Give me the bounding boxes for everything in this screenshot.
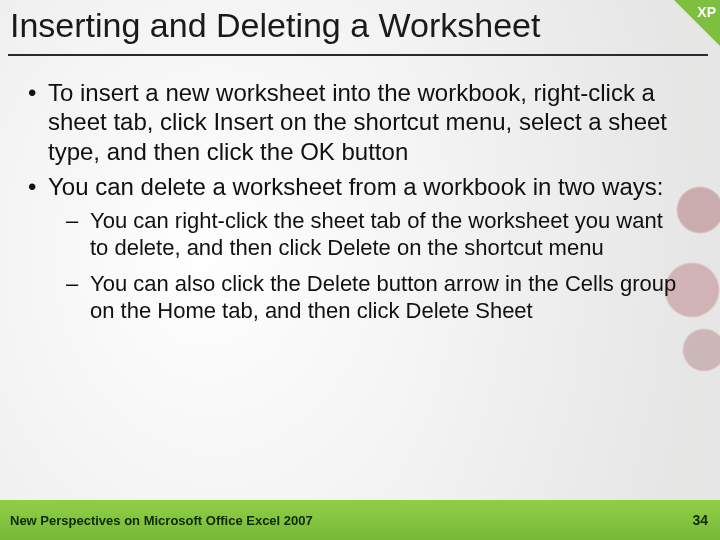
slide: Inserting and Deleting a Worksheet To in… [0,0,720,540]
bullet-text: To insert a new worksheet into the workb… [48,79,667,165]
sub-bullet-text: You can right-click the sheet tab of the… [90,208,663,260]
page-number: 34 [692,512,708,528]
bullet-item: To insert a new worksheet into the workb… [26,78,686,166]
sub-bullet-item: You can also click the Delete button arr… [62,270,686,325]
title-underline [8,54,708,56]
corner-tab [674,0,720,46]
sub-bullet-item: You can right-click the sheet tab of the… [62,207,686,262]
bullet-item: You can delete a worksheet from a workbo… [26,172,686,324]
footer-bar: New Perspectives on Microsoft Office Exc… [0,500,720,540]
bullet-text: You can delete a worksheet from a workbo… [48,173,663,200]
sub-bullet-text: You can also click the Delete button arr… [90,271,676,323]
slide-body: To insert a new worksheet into the workb… [26,78,686,332]
footer-text: New Perspectives on Microsoft Office Exc… [10,513,313,528]
slide-title: Inserting and Deleting a Worksheet [10,6,670,45]
